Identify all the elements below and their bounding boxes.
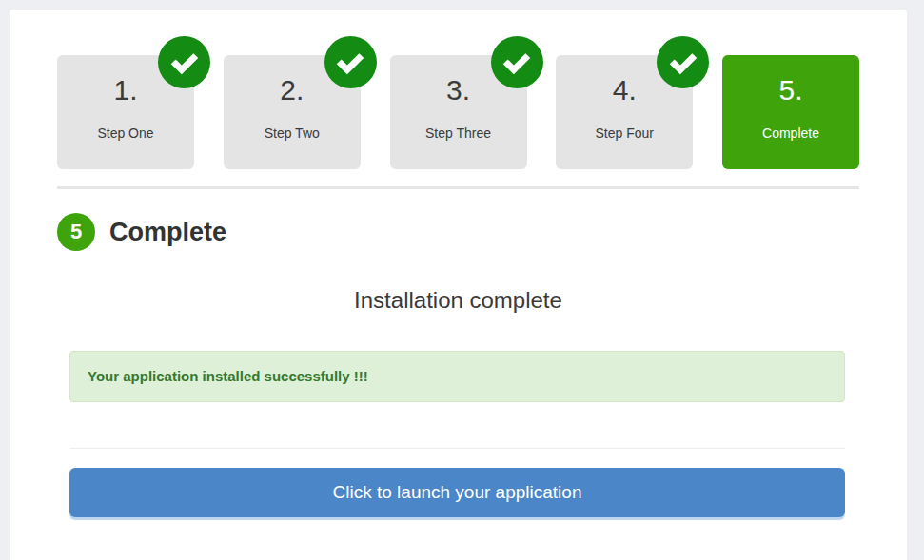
step-label: Step Two	[224, 126, 361, 141]
step-3[interactable]: 3. Step Three	[390, 55, 527, 169]
check-icon	[502, 48, 531, 77]
check-icon	[324, 36, 377, 88]
wizard-steps: 1. Step One 2. Step Two 3. Step Three	[57, 55, 859, 189]
installation-complete-text: Installation complete	[57, 287, 859, 314]
step-1[interactable]: 1. Step One	[57, 55, 194, 169]
step-2[interactable]: 2. Step Two	[224, 55, 361, 169]
step-label: Step Four	[556, 126, 693, 141]
check-icon	[158, 36, 210, 88]
launch-application-button[interactable]: Click to launch your application	[69, 468, 845, 517]
step-number-badge: 5	[57, 213, 95, 251]
success-alert: Your application installed successfully …	[69, 351, 845, 402]
content-inner: Your application installed successfully …	[69, 351, 845, 517]
check-icon	[657, 36, 709, 88]
check-icon	[336, 48, 364, 77]
check-icon	[170, 48, 199, 77]
step-label: Complete	[722, 126, 859, 141]
step-number: 5.	[722, 76, 859, 105]
section-title: Complete	[109, 218, 226, 247]
check-icon	[491, 36, 543, 88]
check-icon	[669, 48, 698, 77]
section-header: 5 Complete	[57, 213, 859, 251]
install-wizard-card: 1. Step One 2. Step Two 3. Step Three	[10, 10, 907, 560]
divider	[69, 448, 845, 449]
step-label: Step Three	[390, 126, 527, 141]
step-label: Step One	[57, 126, 194, 141]
step-4[interactable]: 4. Step Four	[556, 55, 693, 169]
step-5-active[interactable]: 5. Complete	[722, 55, 859, 169]
